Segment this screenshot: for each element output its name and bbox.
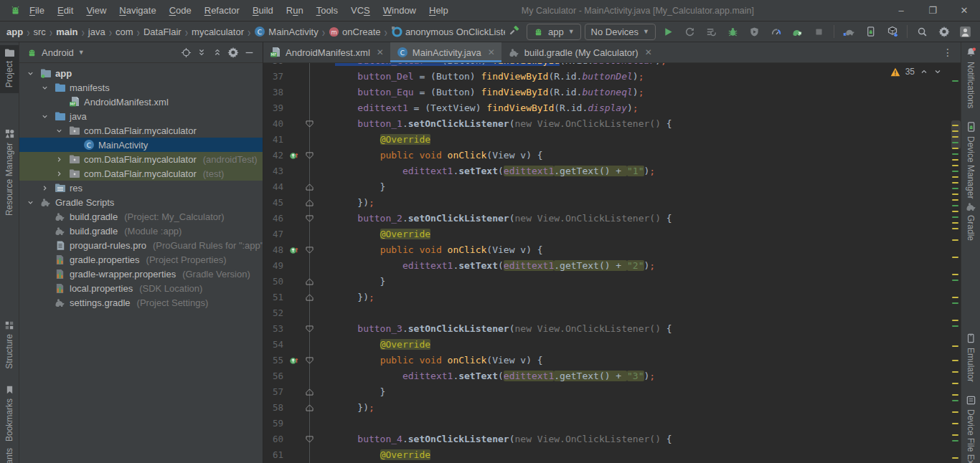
profiler-button[interactable] bbox=[767, 24, 785, 39]
tree-closed-chevron-icon[interactable] bbox=[54, 156, 65, 163]
tree-open-chevron-icon[interactable] bbox=[54, 127, 65, 135]
project-view-selector[interactable]: Android ▼ bbox=[25, 47, 86, 58]
code-text[interactable]: } bbox=[335, 274, 385, 290]
tab-close-icon[interactable]: ✕ bbox=[377, 48, 384, 57]
toolwindow-resource-manager[interactable]: Resource Manager bbox=[0, 128, 19, 216]
breadcrumb-item-mainactivity[interactable]: CMainActivity bbox=[253, 26, 319, 37]
breadcrumb-item-app[interactable]: app bbox=[6, 27, 24, 37]
breadcrumb-item-mycalculator[interactable]: mycalculator bbox=[191, 27, 245, 37]
tree-item-gradle-properties[interactable]: gradle.properties(Project Properties) bbox=[19, 252, 263, 267]
code-text[interactable]: @Override bbox=[335, 337, 430, 353]
code-text[interactable]: }); bbox=[335, 195, 374, 211]
code-area[interactable]: 36 button_Clear = (Button) findViewById(… bbox=[263, 63, 951, 463]
tab-close-icon[interactable]: ✕ bbox=[488, 48, 495, 57]
restore-button[interactable]: ❐ bbox=[917, 0, 948, 21]
menu-file[interactable]: File bbox=[23, 0, 51, 21]
overriding-method-icon[interactable] bbox=[288, 246, 299, 255]
menu-navigate[interactable]: Navigate bbox=[113, 0, 162, 21]
tab-options-kebab-icon[interactable]: ⋮ bbox=[936, 47, 961, 58]
code-text[interactable]: edittext1.setText(edittext1.getText() + … bbox=[335, 258, 655, 274]
fold-open-icon[interactable] bbox=[303, 247, 315, 254]
fold-open-icon[interactable] bbox=[303, 325, 315, 333]
menu-view[interactable]: View bbox=[80, 0, 113, 21]
fold-end-icon[interactable] bbox=[303, 294, 315, 301]
menu-help[interactable]: Help bbox=[423, 0, 455, 21]
menu-code[interactable]: Code bbox=[163, 0, 198, 21]
settings-button[interactable] bbox=[225, 47, 241, 58]
tree-closed-chevron-icon[interactable] bbox=[54, 170, 65, 178]
code-text[interactable]: } bbox=[335, 179, 385, 195]
tree-item-com-dataflair-mycalculator[interactable]: com.DataFlair.mycalculator(androidTest) bbox=[19, 152, 263, 166]
device-select[interactable]: No Devices▼ bbox=[585, 24, 656, 40]
rerun-button[interactable] bbox=[681, 24, 699, 39]
run-button[interactable] bbox=[659, 24, 677, 39]
sdk-manager-button[interactable] bbox=[883, 24, 901, 39]
debug-button[interactable] bbox=[724, 24, 742, 39]
fold-open-icon[interactable] bbox=[303, 357, 315, 364]
menu-run[interactable]: Run bbox=[280, 0, 310, 21]
breadcrumb-item-oncreate[interactable]: monCreate bbox=[328, 27, 381, 37]
code-text[interactable]: button_3.setOnClickListener(new View.OnC… bbox=[335, 321, 672, 337]
code-text[interactable]: edittext1 = (TextView) findViewById(R.id… bbox=[335, 100, 639, 116]
agp-upgrade-button[interactable] bbox=[840, 24, 858, 39]
breadcrumb-item-com[interactable]: com bbox=[115, 27, 134, 37]
tab-close-icon[interactable]: ✕ bbox=[645, 48, 652, 57]
tree-item-java[interactable]: java bbox=[19, 109, 263, 123]
minimize-button[interactable]: – bbox=[885, 0, 917, 21]
select-opened-file-button[interactable] bbox=[178, 47, 194, 58]
code-text[interactable]: edittext1.setText(edittext1.getText() + … bbox=[335, 368, 655, 384]
close-button[interactable]: ✕ bbox=[948, 0, 980, 21]
fold-end-icon[interactable] bbox=[303, 183, 315, 191]
search-everywhere-button[interactable] bbox=[913, 24, 931, 39]
fold-end-icon[interactable] bbox=[303, 388, 315, 396]
tree-item-gradle-scripts[interactable]: Gradle Scripts bbox=[19, 195, 263, 209]
tree-open-chevron-icon[interactable] bbox=[39, 113, 50, 120]
code-text[interactable]: @Override bbox=[335, 447, 430, 463]
tree-item-local-properties[interactable]: local.properties(SDK Location) bbox=[19, 281, 263, 295]
avatar-button[interactable] bbox=[956, 24, 974, 39]
tree-item-gradle-wrapper-properties[interactable]: gradle-wrapper.properties(Gradle Version… bbox=[19, 267, 263, 281]
fold-open-icon[interactable] bbox=[303, 152, 315, 159]
code-text[interactable]: button_1.setOnClickListener(new View.OnC… bbox=[335, 116, 672, 132]
run-configuration-select[interactable]: app▼ bbox=[527, 24, 581, 40]
toolwindow-project[interactable]: Project bbox=[0, 45, 19, 93]
tree-item-androidmanifest-xml[interactable]: MFAndroidManifest.xml bbox=[19, 95, 263, 109]
toolwindow-bookmarks[interactable]: Bookmarks bbox=[0, 385, 19, 441]
breadcrumb-item-dataflair[interactable]: DataFlair bbox=[143, 27, 182, 37]
fold-open-icon[interactable] bbox=[303, 120, 315, 128]
toolwindow-build-variants[interactable]: Build Variants bbox=[0, 448, 19, 463]
code-text[interactable]: public void onClick(View v) { bbox=[335, 242, 543, 258]
fold-open-icon[interactable] bbox=[303, 215, 315, 222]
tree-item-build-gradle[interactable]: build.gradle(Project: My_Calculator) bbox=[19, 209, 263, 224]
tree-item-com-dataflair-mycalculator[interactable]: com.DataFlair.mycalculator bbox=[19, 123, 263, 138]
tree-closed-chevron-icon[interactable] bbox=[39, 184, 50, 192]
menu-edit[interactable]: Edit bbox=[51, 0, 80, 21]
code-text[interactable]: button_Del = (Button) findViewById(R.id.… bbox=[335, 69, 644, 85]
tree-item-app[interactable]: app bbox=[19, 66, 263, 80]
next-warning-button[interactable] bbox=[933, 67, 942, 76]
toolwindow-device-file-explorer[interactable]: Device File Explorer bbox=[961, 395, 980, 463]
code-text[interactable]: public void onClick(View v) { bbox=[335, 353, 543, 368]
code-text[interactable]: @Override bbox=[335, 132, 430, 148]
stop-button[interactable] bbox=[810, 24, 828, 39]
build-hammer-button[interactable] bbox=[505, 24, 523, 39]
code-text[interactable]: button_4.setOnClickListener(new View.OnC… bbox=[335, 431, 672, 447]
expand-all-button[interactable] bbox=[194, 47, 209, 58]
tree-item-settings-gradle[interactable]: settings.gradle(Project Settings) bbox=[19, 295, 263, 310]
device-manager-button[interactable] bbox=[862, 24, 880, 39]
tree-item-res[interactable]: res bbox=[19, 181, 263, 195]
code-text[interactable]: } bbox=[335, 384, 385, 400]
tree-item-com-dataflair-mycalculator[interactable]: com.DataFlair.mycalculator(test) bbox=[19, 166, 263, 181]
menu-vcs[interactable]: VCS bbox=[344, 0, 377, 21]
collapse-all-button[interactable] bbox=[209, 47, 225, 58]
overriding-method-icon[interactable] bbox=[288, 356, 299, 366]
code-text[interactable]: edittext1.setText(edittext1.getText() + … bbox=[335, 163, 655, 179]
overriding-method-icon[interactable] bbox=[288, 151, 299, 161]
breadcrumb-item-src[interactable]: src bbox=[32, 27, 46, 37]
fold-end-icon[interactable] bbox=[303, 278, 315, 285]
tree-item-build-gradle[interactable]: build.gradle(Module :app) bbox=[19, 224, 263, 238]
toolwindow-notifications[interactable]: Notifications bbox=[961, 47, 980, 108]
menu-tools[interactable]: Tools bbox=[310, 0, 344, 21]
code-text[interactable]: }); bbox=[335, 290, 374, 305]
code-text[interactable]: button_Equ = (Button) findViewById(R.id.… bbox=[335, 85, 644, 100]
